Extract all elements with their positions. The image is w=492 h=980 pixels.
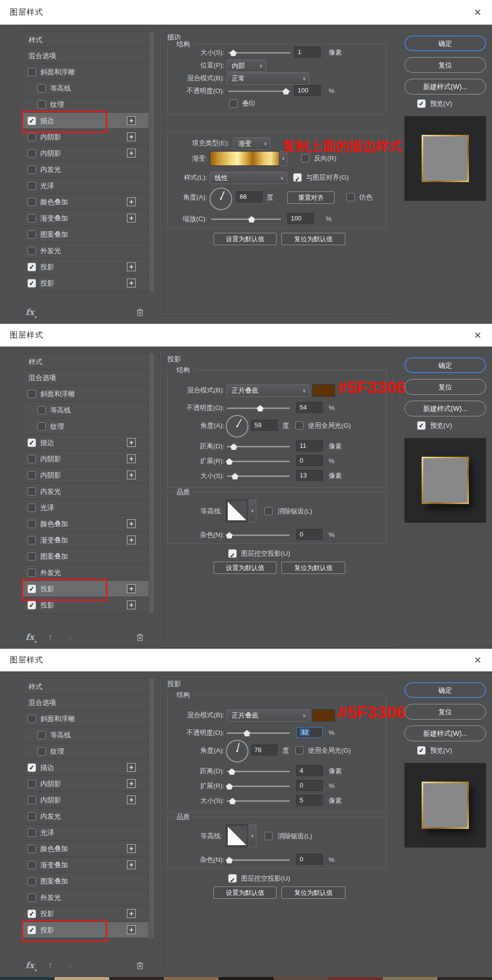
sidebar-item-图案叠加[interactable]: 图案叠加 <box>23 548 149 565</box>
effect-checkbox[interactable] <box>28 845 36 853</box>
distance-value-field[interactable]: 11 <box>296 441 323 451</box>
effect-checkbox[interactable] <box>28 487 36 496</box>
move-effect-up-icon[interactable]: ↑ <box>48 961 53 971</box>
effect-checkbox[interactable] <box>37 84 46 93</box>
set-default-button[interactable]: 设置为默认值 <box>214 233 277 245</box>
effects-list-scrollbar[interactable] <box>149 678 154 938</box>
sidebar-item-投影[interactable]: ✓投影+ <box>23 275 149 291</box>
add-effect-button[interactable]: + <box>127 279 136 287</box>
noise-slider[interactable] <box>227 854 290 866</box>
preview-checkbox[interactable]: ✓ <box>417 746 426 755</box>
spread-slider[interactable] <box>227 455 290 467</box>
effect-checkbox[interactable] <box>37 406 46 414</box>
add-effect-button[interactable]: + <box>127 779 136 788</box>
delete-effect-icon[interactable] <box>136 633 144 643</box>
sidebar-item-外发光[interactable]: 外发光 <box>23 889 149 906</box>
ok-button[interactable]: 确定 <box>404 682 486 698</box>
set-default-button[interactable]: 设置为默认值 <box>214 886 277 899</box>
overprint-checkbox[interactable] <box>229 99 238 108</box>
spread-value-field[interactable]: 0 <box>296 780 323 791</box>
size-value-field[interactable]: 5 <box>296 795 323 806</box>
effects-list-scrollbar[interactable] <box>149 32 154 291</box>
position-dropdown[interactable]: 内部∨ <box>227 60 266 72</box>
spread-slider[interactable] <box>227 780 290 792</box>
shadow-color-swatch[interactable] <box>312 384 335 397</box>
effect-checkbox[interactable] <box>37 422 46 431</box>
sidebar-item-样式[interactable]: 样式 <box>23 353 149 370</box>
sidebar-item-投影[interactable]: ✓投影+ <box>23 259 149 275</box>
sidebar-item-等高线[interactable]: 等高线 <box>23 80 149 96</box>
effect-checkbox[interactable]: ✓ <box>28 601 36 609</box>
effect-checkbox[interactable] <box>28 812 36 821</box>
sidebar-item-内阴影[interactable]: 内阴影+ <box>23 792 149 808</box>
sidebar-item-斜面和浮雕[interactable]: 斜面和浮雕 <box>23 386 149 402</box>
fx-menu-icon[interactable]: fx▾ <box>26 307 36 317</box>
effect-checkbox[interactable] <box>37 100 46 109</box>
use-global-light-checkbox[interactable] <box>295 746 304 755</box>
sidebar-item-投影[interactable]: ✓投影+ <box>23 922 149 938</box>
close-icon[interactable]: × <box>474 329 481 341</box>
use-global-light-checkbox[interactable] <box>295 421 304 430</box>
sidebar-item-光泽[interactable]: 光泽 <box>23 500 149 516</box>
add-effect-button[interactable]: + <box>127 132 136 141</box>
align-layer-checkbox[interactable]: ✓ <box>293 173 302 182</box>
reset-default-button[interactable]: 复位为默认值 <box>281 233 345 245</box>
add-effect-button[interactable]: + <box>127 116 136 125</box>
size-slider[interactable] <box>227 470 290 482</box>
add-effect-button[interactable]: + <box>127 471 136 479</box>
effect-checkbox[interactable] <box>28 504 36 512</box>
sidebar-item-内阴影[interactable]: 内阴影+ <box>23 145 149 161</box>
effect-checkbox[interactable] <box>28 780 36 788</box>
sidebar-item-图案叠加[interactable]: 图案叠加 <box>23 873 149 889</box>
opacity-slider[interactable] <box>227 402 290 414</box>
fx-menu-icon[interactable]: fx▾ <box>26 960 36 970</box>
noise-slider[interactable] <box>227 529 290 541</box>
opacity-slider[interactable] <box>227 727 290 739</box>
close-icon[interactable]: × <box>474 654 481 666</box>
effect-checkbox[interactable] <box>28 893 36 902</box>
sidebar-item-渐变叠加[interactable]: 渐变叠加+ <box>23 532 149 548</box>
add-effect-button[interactable]: + <box>127 536 136 544</box>
effect-checkbox[interactable] <box>28 247 36 255</box>
sidebar-item-等高线[interactable]: 等高线 <box>23 727 149 743</box>
fx-menu-icon[interactable]: fx▾ <box>26 632 36 642</box>
reset-align-button[interactable]: 重置对齐 <box>287 191 335 204</box>
scale-slider[interactable] <box>211 213 281 225</box>
add-effect-button[interactable]: + <box>127 438 136 447</box>
blend-mode-dropdown[interactable]: 正片叠底∨ <box>227 384 309 397</box>
add-effect-button[interactable]: + <box>127 454 136 463</box>
move-effect-down-icon[interactable]: ↓ <box>68 308 72 317</box>
add-effect-button[interactable]: + <box>127 584 136 593</box>
add-effect-button[interactable]: + <box>127 909 136 918</box>
opacity-slider[interactable] <box>228 85 290 97</box>
add-effect-button[interactable]: + <box>127 925 136 934</box>
effect-checkbox[interactable] <box>28 390 36 398</box>
effect-checkbox[interactable] <box>28 133 36 141</box>
layer-knockout-checkbox[interactable]: ✓ <box>228 874 237 883</box>
ok-button[interactable]: 确定 <box>404 35 486 51</box>
add-effect-button[interactable]: + <box>127 262 136 271</box>
add-effect-button[interactable]: + <box>127 149 136 158</box>
size-value-field[interactable]: 13 <box>296 470 323 481</box>
effects-list-scrollbar[interactable] <box>149 353 154 613</box>
ok-button[interactable]: 确定 <box>404 357 486 373</box>
distance-slider[interactable] <box>227 441 290 452</box>
sidebar-item-外发光[interactable]: 外发光 <box>23 243 149 259</box>
add-effect-button[interactable]: + <box>127 763 136 772</box>
sidebar-item-等高线[interactable]: 等高线 <box>23 402 149 418</box>
sidebar-item-混合选项[interactable]: 混合选项 <box>23 370 149 386</box>
effect-checkbox[interactable] <box>28 877 36 885</box>
sidebar-item-颜色叠加[interactable]: 颜色叠加+ <box>23 841 149 857</box>
sidebar-item-描边[interactable]: ✓描边+ <box>23 113 149 129</box>
effect-checkbox[interactable]: ✓ <box>28 263 36 271</box>
move-effect-down-icon[interactable]: ↓ <box>68 961 72 971</box>
blend-mode-dropdown[interactable]: 正片叠底∨ <box>227 709 309 722</box>
reset-button[interactable]: 复位 <box>404 704 486 720</box>
sidebar-item-图案叠加[interactable]: 图案叠加 <box>23 226 149 243</box>
sidebar-item-描边[interactable]: ✓描边+ <box>23 759 149 776</box>
sidebar-item-颜色叠加[interactable]: 颜色叠加+ <box>23 194 149 210</box>
angle-value-field[interactable]: 59 <box>251 420 277 431</box>
add-effect-button[interactable]: + <box>127 519 136 528</box>
scale-value-field[interactable]: 100 <box>287 213 314 224</box>
delete-effect-icon[interactable] <box>136 308 144 318</box>
